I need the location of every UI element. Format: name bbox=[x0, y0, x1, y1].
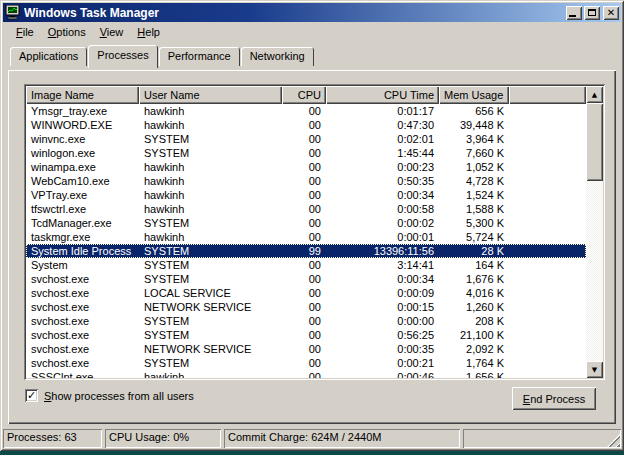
cell-mem-usage: 7,660 K bbox=[439, 146, 509, 160]
process-row[interactable]: svchost.exe SYSTEM 00 0:00:21 1,764 K bbox=[26, 356, 586, 370]
process-row[interactable]: Ymsgr_tray.exe hawkinh 00 0:01:17 656 K bbox=[26, 104, 586, 118]
close-button[interactable]: ✕ bbox=[603, 6, 619, 20]
process-listview: Image Name User Name CPU CPU Time Mem Us… bbox=[24, 84, 605, 380]
cell-image-name: svchost.exe bbox=[26, 286, 139, 300]
maximize-button[interactable] bbox=[584, 6, 600, 20]
process-row[interactable]: tfswctrl.exe hawkinh 00 0:00:58 1,588 K bbox=[26, 202, 586, 216]
cell-cpu-time: 0:00:09 bbox=[326, 286, 439, 300]
process-row[interactable]: System SYSTEM 00 3:14:41 164 K bbox=[26, 258, 586, 272]
process-row[interactable]: taskmgr.exe hawkinh 00 0:00:01 5,724 K bbox=[26, 230, 586, 244]
cell-image-name: svchost.exe bbox=[26, 342, 139, 356]
scroll-down-button[interactable]: ▼ bbox=[586, 361, 603, 378]
end-process-button[interactable]: End Process bbox=[512, 387, 596, 410]
cell-user-name: SYSTEM bbox=[139, 132, 282, 146]
checkmark-icon: ✓ bbox=[27, 390, 36, 401]
cell-cpu: 00 bbox=[282, 314, 326, 328]
process-row[interactable]: SSSClnt.exe hawkinh 00 0:00:46 1,656 K bbox=[26, 370, 586, 378]
cell-cpu-time: 0:00:34 bbox=[326, 272, 439, 286]
process-row[interactable]: svchost.exe NETWORK SERVICE 00 0:00:35 2… bbox=[26, 342, 586, 356]
cell-user-name: hawkinh bbox=[139, 202, 282, 216]
cell-image-name: svchost.exe bbox=[26, 272, 139, 286]
cell-mem-usage: 1,260 K bbox=[439, 300, 509, 314]
show-all-users-label[interactable]: Show processes from all users bbox=[44, 390, 194, 402]
status-processes: Processes: 63 bbox=[3, 429, 102, 448]
process-row[interactable]: svchost.exe LOCAL SERVICE 00 0:00:09 4,0… bbox=[26, 286, 586, 300]
process-row[interactable]: svchost.exe NETWORK SERVICE 00 0:00:15 1… bbox=[26, 300, 586, 314]
cell-mem-usage: 5,300 K bbox=[439, 216, 509, 230]
cell-mem-usage: 3,964 K bbox=[439, 132, 509, 146]
status-empty-panel bbox=[463, 429, 621, 448]
menu-view[interactable]: View bbox=[93, 24, 131, 40]
vertical-scrollbar[interactable]: ▲ ▼ bbox=[586, 86, 603, 378]
scrollbar-thumb[interactable] bbox=[586, 103, 603, 181]
cell-cpu-time: 0:50:35 bbox=[326, 174, 439, 188]
scroll-up-icon: ▲ bbox=[592, 91, 597, 99]
cell-user-name: hawkinh bbox=[139, 160, 282, 174]
cell-cpu-time: 3:14:41 bbox=[326, 258, 439, 272]
cell-image-name: SSSClnt.exe bbox=[26, 370, 139, 378]
cell-cpu-time: 0:00:35 bbox=[326, 342, 439, 356]
process-row[interactable]: svchost.exe SYSTEM 00 0:00:00 208 K bbox=[26, 314, 586, 328]
cell-user-name: hawkinh bbox=[139, 174, 282, 188]
task-manager-icon bbox=[5, 5, 21, 20]
cell-cpu: 00 bbox=[282, 104, 326, 118]
cell-cpu: 00 bbox=[282, 146, 326, 160]
resize-grip[interactable] bbox=[607, 434, 620, 447]
column-header-cpu[interactable]: CPU bbox=[282, 86, 326, 104]
tab-networking[interactable]: Networking bbox=[241, 47, 314, 66]
cell-user-name: SYSTEM bbox=[139, 258, 282, 272]
cell-cpu-time: 0:56:25 bbox=[326, 328, 439, 342]
task-manager-window: Windows Task Manager ✕ File Options View… bbox=[0, 0, 624, 451]
cell-cpu-time: 0:00:02 bbox=[326, 216, 439, 230]
cell-mem-usage: 656 K bbox=[439, 104, 509, 118]
tab-performance[interactable]: Performance bbox=[159, 47, 240, 66]
cell-cpu-time: 0:00:21 bbox=[326, 356, 439, 370]
column-header-filler bbox=[509, 86, 586, 104]
cell-mem-usage: 208 K bbox=[439, 314, 509, 328]
processes-tab-panel: Image Name User Name CPU CPU Time Mem Us… bbox=[8, 70, 616, 424]
cell-image-name: svchost.exe bbox=[26, 300, 139, 314]
process-row[interactable]: winvnc.exe SYSTEM 00 0:02:01 3,964 K bbox=[26, 132, 586, 146]
titlebar[interactable]: Windows Task Manager ✕ bbox=[3, 3, 621, 22]
cell-cpu-time: 0:00:34 bbox=[326, 188, 439, 202]
statusbar: Processes: 63 CPU Usage: 0% Commit Charg… bbox=[3, 427, 621, 448]
tab-processes[interactable]: Processes bbox=[88, 45, 157, 68]
cell-cpu-time: 0:00:01 bbox=[326, 230, 439, 244]
column-header-mem-usage[interactable]: Mem Usage bbox=[439, 86, 509, 104]
process-row[interactable]: svchost.exe SYSTEM 00 0:56:25 21,100 K bbox=[26, 328, 586, 342]
scroll-up-button[interactable]: ▲ bbox=[586, 86, 603, 103]
process-row[interactable]: VPTray.exe hawkinh 00 0:00:34 1,524 K bbox=[26, 188, 586, 202]
end-process-label: End Process bbox=[523, 393, 585, 405]
process-row[interactable]: System Idle Process SYSTEM 99 13396:11:5… bbox=[26, 244, 586, 258]
cell-user-name: SYSTEM bbox=[139, 356, 282, 370]
process-row[interactable]: WINWORD.EXE hawkinh 00 0:47:30 39,448 K bbox=[26, 118, 586, 132]
show-all-users-checkbox[interactable]: ✓ bbox=[25, 389, 38, 402]
minimize-button[interactable] bbox=[566, 6, 582, 20]
column-header-image-name[interactable]: Image Name bbox=[26, 86, 139, 104]
close-icon: ✕ bbox=[607, 8, 615, 18]
cell-mem-usage: 4,728 K bbox=[439, 174, 509, 188]
cell-user-name: SYSTEM bbox=[139, 244, 282, 258]
cell-cpu-time: 0:00:15 bbox=[326, 300, 439, 314]
cell-cpu: 00 bbox=[282, 118, 326, 132]
column-header-user-name[interactable]: User Name bbox=[139, 86, 282, 104]
cell-image-name: VPTray.exe bbox=[26, 188, 139, 202]
tab-applications[interactable]: Applications bbox=[10, 47, 87, 66]
process-row[interactable]: winampa.exe hawkinh 00 0:00:23 1,052 K bbox=[26, 160, 586, 174]
menu-file[interactable]: File bbox=[9, 24, 41, 40]
cell-image-name: tfswctrl.exe bbox=[26, 202, 139, 216]
process-row[interactable]: WebCam10.exe hawkinh 00 0:50:35 4,728 K bbox=[26, 174, 586, 188]
column-header-cpu-time[interactable]: CPU Time bbox=[326, 86, 439, 104]
cell-cpu: 00 bbox=[282, 370, 326, 378]
process-row[interactable]: winlogon.exe SYSTEM 00 1:45:44 7,660 K bbox=[26, 146, 586, 160]
cell-user-name: SYSTEM bbox=[139, 328, 282, 342]
cell-user-name: hawkinh bbox=[139, 188, 282, 202]
menu-options[interactable]: Options bbox=[41, 24, 93, 40]
cell-cpu: 00 bbox=[282, 272, 326, 286]
process-row[interactable]: TcdManager.exe SYSTEM 00 0:00:02 5,300 K bbox=[26, 216, 586, 230]
cell-image-name: svchost.exe bbox=[26, 314, 139, 328]
process-row[interactable]: svchost.exe SYSTEM 00 0:00:34 1,676 K bbox=[26, 272, 586, 286]
cell-cpu-time: 0:01:17 bbox=[326, 104, 439, 118]
cell-cpu-time: 0:02:01 bbox=[326, 132, 439, 146]
menu-help[interactable]: Help bbox=[130, 24, 167, 40]
